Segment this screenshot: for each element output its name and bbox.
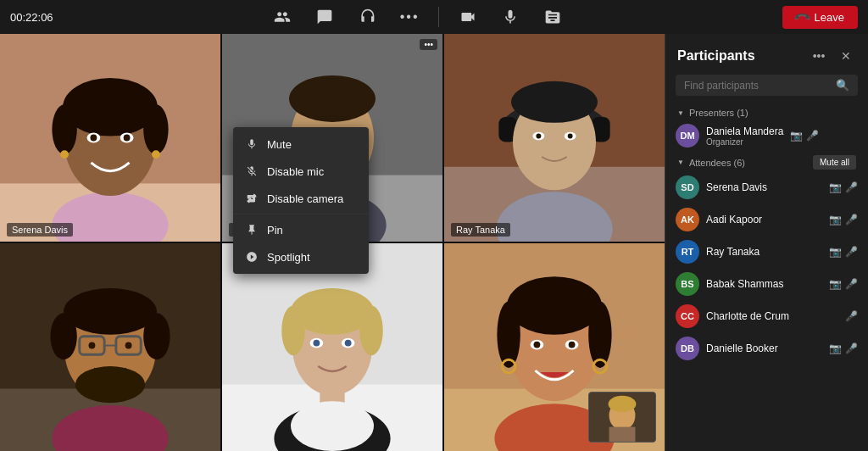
search-box: 🔍 <box>676 75 858 96</box>
attendee-row-3[interactable]: BS Babak Shammas 📷 🎤 <box>665 268 868 300</box>
charlotte-video <box>222 243 442 451</box>
attendee-row-4[interactable]: CC Charlotte de Crum 🎤 <box>665 300 868 332</box>
attendee-row-5[interactable]: DB Danielle Booker 📷 🎤 <box>665 332 868 365</box>
top-bar: 00:22:06 ••• <box>0 0 868 34</box>
panel-more-button[interactable]: ••• <box>809 46 829 66</box>
presenter-row-0[interactable]: DM Daniela Mandera Organizer 📷 🎤 <box>665 120 868 152</box>
svg-point-53 <box>281 306 304 356</box>
more-button[interactable]: ••• <box>396 3 423 31</box>
menu-disable-camera[interactable]: Disable camera <box>233 185 369 212</box>
video-cell-charlotte[interactable] <box>222 243 442 451</box>
main-area: Serena Davis <box>0 34 868 451</box>
search-input[interactable] <box>684 80 831 92</box>
presenters-section: ▼ Presenters (1) <box>665 104 868 120</box>
svg-point-9 <box>90 135 97 142</box>
svg-point-37 <box>64 288 157 335</box>
svg-point-39 <box>143 313 170 359</box>
babak-video <box>0 243 220 451</box>
svg-point-58 <box>345 340 352 347</box>
panel-header: Participants ••• ✕ <box>665 34 868 75</box>
camera-icon-attendee-1: 📷 <box>829 214 842 226</box>
mic-icon-attendee-5: 🎤 <box>845 342 858 354</box>
svg-point-6 <box>143 104 168 154</box>
video-cell-ray[interactable]: Ray Tanaka <box>444 34 665 242</box>
chat-button[interactable] <box>311 3 338 31</box>
menu-divider <box>233 214 369 214</box>
attendee-icons-1: 📷 🎤 <box>829 214 858 226</box>
pin-icon <box>245 223 259 237</box>
reactions-button[interactable] <box>353 3 381 31</box>
svg-point-11 <box>60 150 69 159</box>
mic-icon-attendee-3: 🎤 <box>845 278 858 290</box>
svg-point-31 <box>536 134 541 139</box>
leave-button[interactable]: 📞 Leave <box>782 6 858 29</box>
attendee-avatar-2: RT <box>676 240 699 264</box>
pin-label: Pin <box>267 224 283 237</box>
aadi-more[interactable]: ••• <box>420 39 437 50</box>
mic-icon-attendee-4: 🎤 <box>845 310 858 322</box>
svg-point-12 <box>152 150 160 159</box>
attendee-icons-5: 📷 🎤 <box>829 342 858 354</box>
menu-spotlight[interactable]: Spotlight <box>233 243 369 270</box>
video-grid: Serena Davis <box>0 34 665 451</box>
ray-video <box>444 34 665 242</box>
svg-point-63 <box>507 276 602 335</box>
serena-video <box>0 34 220 242</box>
panel-title: Participants <box>677 48 755 64</box>
svg-point-50 <box>291 401 374 451</box>
menu-pin[interactable]: Pin <box>233 216 369 243</box>
menu-disable-mic[interactable]: Disable mic <box>233 158 369 185</box>
svg-point-68 <box>534 342 541 348</box>
context-menu: Mute Disable mic Disable camera <box>233 127 369 274</box>
svg-point-38 <box>50 313 76 359</box>
self-view <box>588 392 656 443</box>
panel-header-icons: ••• ✕ <box>809 46 856 66</box>
share-button[interactable] <box>539 3 566 31</box>
camera-icon-attendee-0: 📷 <box>829 181 842 193</box>
svg-point-5 <box>52 104 76 154</box>
attendee-avatar-0: SD <box>676 175 699 199</box>
ray-label: Ray Tanaka <box>451 223 510 237</box>
participants-panel: Participants ••• ✕ 🔍 ▼ Presenters (1) DM… <box>665 34 868 451</box>
presenter-avatar-0: DM <box>676 124 699 148</box>
panel-close-button[interactable]: ✕ <box>836 46 856 66</box>
attendee-row-1[interactable]: AK Aadi Kapoor 📷 🎤 <box>665 203 868 236</box>
attendee-icons-4: 🎤 <box>845 310 858 322</box>
mic-icon-attendee-1: 🎤 <box>845 214 858 226</box>
attendee-icons-0: 📷 🎤 <box>829 181 858 193</box>
mute-label: Mute <box>267 138 292 151</box>
top-bar-right: 📞 Leave <box>782 6 858 29</box>
attendee-avatar-4: CC <box>676 304 699 328</box>
svg-point-10 <box>124 135 131 142</box>
video-cell-babak[interactable] <box>0 243 220 451</box>
spotlight-icon <box>245 250 259 264</box>
svg-point-4 <box>63 78 158 136</box>
attendee-name-2: Ray Tanaka <box>706 246 822 258</box>
svg-point-32 <box>568 134 573 139</box>
disable-camera-icon <box>245 192 259 205</box>
video-cell-danielle[interactable] <box>444 243 665 451</box>
disable-mic-label: Disable mic <box>267 165 324 178</box>
attendee-name-1: Aadi Kapoor <box>706 214 822 226</box>
menu-mute[interactable]: Mute <box>233 131 369 158</box>
participant-list: ▼ Presenters (1) DM Daniela Mandera Orga… <box>665 104 868 451</box>
video-cell-serena[interactable]: Serena Davis <box>0 34 220 242</box>
attendee-icons-3: 📷 🎤 <box>829 278 858 290</box>
spotlight-label: Spotlight <box>267 251 310 264</box>
attendee-name-3: Babak Shammas <box>706 278 822 290</box>
presenter-name-0: Daniela Mandera <box>706 125 783 137</box>
mute-all-button[interactable]: Mute all <box>813 155 856 170</box>
participants-button[interactable] <box>269 3 296 31</box>
attendee-row-0[interactable]: SD Serena Davis 📷 🎤 <box>665 171 868 203</box>
phone-icon: 📞 <box>793 8 812 26</box>
mute-icon <box>245 137 259 151</box>
mic-button[interactable] <box>497 3 524 31</box>
presenter-sub-0: Organizer <box>706 137 783 147</box>
svg-point-64 <box>497 302 520 368</box>
svg-point-57 <box>313 340 320 347</box>
attendee-avatar-3: BS <box>676 272 699 296</box>
attendees-arrow: ▼ <box>677 159 684 166</box>
disable-mic-icon <box>245 164 259 178</box>
camera-button[interactable] <box>454 3 481 31</box>
attendee-row-2[interactable]: RT Ray Tanaka 📷 🎤 <box>665 236 868 268</box>
